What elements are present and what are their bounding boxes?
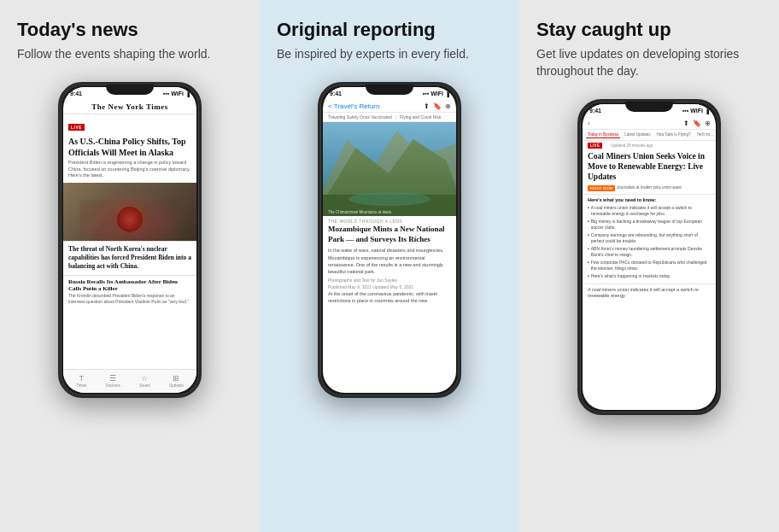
times-icon: T <box>79 374 84 383</box>
right-battery: ▐ <box>705 108 709 114</box>
travel-photo-credit: Photographs and Text by Jan Sayles <box>323 278 456 284</box>
sections-icon: ☰ <box>109 374 116 383</box>
battery-icon: ▐ <box>185 91 190 96</box>
status-icons: ▪▪▪ WiFi ▐ <box>163 91 190 96</box>
tab-latest-updates[interactable]: Latest Updates <box>623 132 652 138</box>
bullet-text-4: Few corporate PACs donated to Republican… <box>591 260 711 272</box>
center-panel-subtitle: Be inspired by experts in every field. <box>277 46 502 63</box>
nyt-byline: President Biden is engineering a change … <box>63 160 196 183</box>
left-phone-wrapper: 9:41 ▪▪▪ WiFi ▐ The New York Times LIVE … <box>17 79 243 517</box>
subnav-flying[interactable]: Flying and Covid Risk <box>400 114 441 120</box>
live-bookmark-icon[interactable]: 🔖 <box>693 120 701 127</box>
live-right-now: RIGHT NOW Journalists at Insider joins u… <box>583 184 716 194</box>
subnav-vaccinated[interactable]: Traveling Safely Once Vaccinated <box>328 114 392 120</box>
right-now-badge: RIGHT NOW <box>588 185 615 191</box>
right-now-text: Journalists at Insider joins union wave. <box>617 185 682 190</box>
updates-label: Updates <box>169 383 184 388</box>
nyt-secondary-story: The threat of North Korea's nuclear capa… <box>63 241 196 275</box>
bullet-text-0: A coal miners union indicates it will ac… <box>591 205 711 217</box>
bullet-2: • Company earnings are rebounding, but a… <box>588 232 711 244</box>
bullet-4: • Few corporate PACs donated to Republic… <box>588 260 711 272</box>
left-phone-screen: 9:41 ▪▪▪ WiFi ▐ The New York Times LIVE … <box>63 87 196 393</box>
bullet-text-3: ABN Amro's money laundering settlement p… <box>591 246 711 258</box>
bullet-dot-5: • <box>588 273 589 279</box>
bottom-tab-times[interactable]: T Times <box>76 374 86 388</box>
live-footer-text: A coal miners union indicates it will ac… <box>588 287 711 300</box>
right-status-icons: ▪▪▪ WiFi ▐ <box>682 108 709 114</box>
right-panel: Stay caught up Get live updates on devel… <box>519 0 779 532</box>
bullet-dot-1: • <box>588 219 589 231</box>
bullet-dot-0: • <box>588 205 589 217</box>
share-icon[interactable]: ⬆ <box>424 102 430 110</box>
tab-how-safe[interactable]: How Safe Is Flying? <box>655 132 693 138</box>
bullet-0: • A coal miners union indicates it will … <box>588 205 711 217</box>
right-time: 9:41 <box>589 108 601 114</box>
center-phone: 9:41 ▪▪▪ WiFi ▐ < Travel's Return ⬆ 🔖 ⊕ <box>318 82 461 398</box>
times-label: Times <box>76 383 86 388</box>
bullet-text-1: Big money is backing a breakaway league … <box>591 219 711 231</box>
live-back-button[interactable]: ‹ <box>588 120 590 127</box>
travel-subnav: Traveling Safely Once Vaccinated | Flyin… <box>323 113 456 122</box>
live-main-headline: Coal Miners Union Seeks Voice in Move to… <box>583 149 716 184</box>
center-status-icons: ▪▪▪ WiFi ▐ <box>423 91 449 96</box>
live-footer: A coal miners union indicates it will ac… <box>583 284 716 302</box>
live-status-row: LIVE Updated 25 minutes ago <box>583 141 716 149</box>
center-wifi: WiFi <box>430 91 443 96</box>
nyt-tertiary-story: Russia Recalls Its Ambassador After Bide… <box>63 275 196 307</box>
travel-back-button[interactable]: < Travel's Return <box>328 102 379 110</box>
center-time: 9:41 <box>330 91 342 96</box>
live-footer-content: A coal miners union indicates it will ac… <box>588 287 699 299</box>
bullet-dot-2: • <box>588 232 589 244</box>
live-tabs: Today in Business Latest Updates How Saf… <box>583 130 716 141</box>
nyt-secondary-headline: The threat of North Korea's nuclear capa… <box>68 245 191 270</box>
center-phone-wrapper: 9:41 ▪▪▪ WiFi ▐ < Travel's Return ⬆ 🔖 ⊕ <box>277 79 502 517</box>
time-display: 9:41 <box>70 91 82 96</box>
need-to-know-header: Here's what you need to know: <box>588 197 711 202</box>
bookmark-icon[interactable]: 🔖 <box>433 102 442 110</box>
travel-headline: Mozambique Mints a New National Park — a… <box>323 225 456 247</box>
center-battery: ▐ <box>445 91 449 96</box>
travel-body: In the wake of wars, natural disasters a… <box>323 247 456 278</box>
bullet-text-2: Company earnings are rebounding, but any… <box>591 232 711 244</box>
live-share-icon[interactable]: ⬆ <box>683 120 689 127</box>
bottom-tab-sections[interactable]: ☰ Sections <box>105 374 120 388</box>
bottom-tab-saved[interactable]: ☆ Saved <box>139 374 150 388</box>
right-phone: 9:41 ▪▪▪ WiFi ▐ ‹ ⬆ 🔖 ⊕ <box>577 99 721 415</box>
tab-today-business[interactable]: Today in Business <box>586 132 620 138</box>
right-wifi: WiFi <box>690 108 703 114</box>
phone-notch <box>106 85 154 95</box>
subnav-separator: | <box>395 114 396 120</box>
right-panel-title: Stay caught up <box>536 19 762 41</box>
center-panel: Original reporting Be inspired by expert… <box>260 0 519 532</box>
updates-icon: ⊞ <box>173 374 179 383</box>
tab-tech[interactable]: Tech for... <box>695 132 716 138</box>
bullet-dot-3: • <box>588 246 589 258</box>
more-icon[interactable]: ⊕ <box>445 102 451 110</box>
nyt-logo: The New York Times <box>68 102 191 111</box>
svg-point-8 <box>348 192 430 206</box>
live-more-icon[interactable]: ⊕ <box>705 120 711 127</box>
left-panel-title: Today's news <box>17 19 243 41</box>
live-need-to-know: Here's what you need to know: • A coal m… <box>583 194 716 284</box>
right-phone-wrapper: 9:41 ▪▪▪ WiFi ▐ ‹ ⬆ 🔖 ⊕ <box>536 96 762 517</box>
center-panel-title: Original reporting <box>277 19 502 41</box>
bullet-text-5: Here's what's happening in markets today… <box>591 273 671 279</box>
nyt-article-image <box>63 183 196 241</box>
right-phone-screen: 9:41 ▪▪▪ WiFi ▐ ‹ ⬆ 🔖 ⊕ <box>583 104 716 410</box>
bullet-dot-4: • <box>588 260 589 272</box>
wifi-icon: WiFi <box>171 91 184 96</box>
bottom-tab-updates[interactable]: ⊞ Updates <box>169 374 184 388</box>
right-phone-notch <box>625 102 673 112</box>
nyt-tertiary-text: The Kremlin described President Biden's … <box>68 293 191 304</box>
right-signal: ▪▪▪ <box>682 108 688 114</box>
center-phone-notch <box>366 85 413 95</box>
signal-icon: ▪▪▪ <box>163 91 169 96</box>
mountain-svg <box>323 122 456 216</box>
sections-label: Sections <box>105 383 120 388</box>
saved-label: Saved <box>139 383 150 388</box>
nyt-header: The New York Times <box>63 101 196 114</box>
bullet-1: • Big money is backing a breakaway leagu… <box>588 219 711 231</box>
nyt-main-headline: As U.S.-China Policy Shifts, Top Officia… <box>63 133 196 160</box>
nyt-tertiary-headline: Russia Recalls Its Ambassador After Bide… <box>68 278 191 292</box>
nyt-live-badge: LIVE <box>68 124 85 131</box>
